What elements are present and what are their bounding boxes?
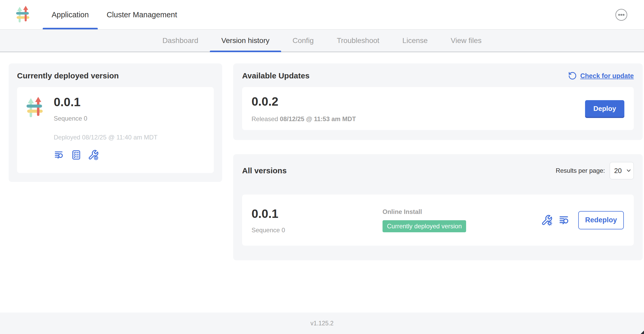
deploy-logs-button[interactable]	[54, 149, 65, 160]
released-timestamp: 08/12/25 @ 11:53 am MDT	[280, 115, 356, 122]
top-nav: Application Cluster Management	[0, 0, 644, 30]
tab-dashboard-label: Dashboard	[162, 36, 198, 45]
currently-deployed-badge: Currently deployed version	[383, 220, 466, 232]
deploy-button[interactable]: Deploy	[585, 100, 624, 117]
row-sequence: Sequence 0	[252, 227, 383, 234]
tab-application[interactable]: Application	[43, 0, 98, 29]
app-sub-nav: Dashboard Version history Config Trouble…	[0, 30, 644, 52]
check-for-update-label: Check for update	[580, 72, 634, 80]
edit-config-button[interactable]	[88, 149, 99, 160]
tab-view-files-label: View files	[451, 36, 482, 45]
app-logo-icon	[15, 6, 31, 24]
config-icon	[88, 149, 99, 160]
deploy-logs-icon	[54, 150, 65, 160]
install-type-label: Online Install	[383, 208, 466, 216]
available-update-row: 0.0.2 Released 08/12/25 @ 11:53 am MDT D…	[242, 87, 634, 130]
check-for-update-link[interactable]: Check for update	[568, 71, 634, 80]
deploy-logs-icon	[558, 214, 570, 226]
refresh-icon	[568, 71, 577, 80]
tab-troubleshoot-label: Troubleshoot	[337, 36, 379, 45]
top-nav-spacer	[186, 0, 615, 29]
update-version-number: 0.0.2	[252, 94, 356, 109]
all-versions-card: All versions Results per page: 20 0	[233, 154, 643, 260]
available-updates-title: Available Updates	[242, 71, 309, 80]
deployed-version-number: 0.0.1	[54, 95, 157, 109]
row-version-number: 0.0.1	[252, 207, 383, 221]
preflight-checks-button[interactable]	[71, 149, 81, 160]
ellipsis-icon	[615, 9, 627, 21]
results-per-page-select[interactable]: 20	[610, 162, 634, 179]
right-column: Available Updates Check for update 0.0.2…	[233, 63, 643, 260]
top-nav-tabs: Application Cluster Management	[43, 0, 186, 29]
tab-license[interactable]: License	[391, 30, 439, 52]
edit-config-button[interactable]	[541, 214, 553, 226]
tab-config[interactable]: Config	[281, 30, 325, 52]
page-footer: v1.125.2	[0, 313, 644, 334]
tab-application-label: Application	[52, 10, 89, 19]
all-versions-title: All versions	[242, 166, 287, 175]
results-per-page-control: Results per page: 20	[556, 162, 634, 179]
currently-deployed-version-panel: 0.0.1 Sequence 0 Deployed 08/12/25 @ 11:…	[17, 87, 214, 173]
update-released-line: Released 08/12/25 @ 11:53 am MDT	[252, 115, 356, 123]
version-row-status: Online Install Currently deployed versio…	[383, 208, 466, 232]
currently-deployed-card: Currently deployed version 0.0.1 Sequenc…	[9, 63, 222, 182]
update-details: 0.0.2 Released 08/12/25 @ 11:53 am MDT	[252, 94, 356, 123]
deployed-timestamp: Deployed 08/12/25 @ 11:40 am MDT	[54, 134, 157, 141]
deployed-sequence: Sequence 0	[54, 115, 157, 122]
app-logo-icon	[25, 96, 44, 119]
deployed-version-actions	[54, 149, 157, 160]
results-per-page-label: Results per page:	[556, 167, 605, 174]
redeploy-button[interactable]: Redeploy	[578, 211, 624, 229]
available-updates-card: Available Updates Check for update 0.0.2…	[233, 63, 643, 140]
config-icon	[541, 214, 553, 226]
deployed-version-details: 0.0.1 Sequence 0 Deployed 08/12/25 @ 11:…	[54, 95, 157, 165]
version-row: 0.0.1 Sequence 0 Online Install Currentl…	[242, 195, 634, 246]
tab-troubleshoot[interactable]: Troubleshoot	[325, 30, 391, 52]
tab-cluster-management-label: Cluster Management	[107, 10, 177, 19]
tab-dashboard[interactable]: Dashboard	[151, 30, 210, 52]
preflight-checks-icon	[71, 150, 81, 160]
tab-version-history-label: Version history	[221, 36, 270, 45]
corner-artifact	[641, 331, 644, 334]
overflow-menu-button[interactable]	[615, 9, 627, 21]
main-content: Currently deployed version 0.0.1 Sequenc…	[0, 52, 644, 313]
version-row-actions: Redeploy	[541, 211, 624, 229]
deploy-logs-button[interactable]	[558, 214, 570, 226]
tab-cluster-management[interactable]: Cluster Management	[98, 0, 186, 29]
tab-version-history[interactable]: Version history	[210, 30, 281, 52]
tab-config-label: Config	[293, 36, 314, 45]
tab-license-label: License	[402, 36, 428, 45]
released-prefix: Released	[252, 115, 278, 122]
version-row-details: 0.0.1 Sequence 0	[252, 207, 383, 234]
currently-deployed-title: Currently deployed version	[17, 71, 214, 80]
console-version: v1.125.2	[310, 320, 334, 327]
tab-view-files[interactable]: View files	[439, 30, 493, 52]
